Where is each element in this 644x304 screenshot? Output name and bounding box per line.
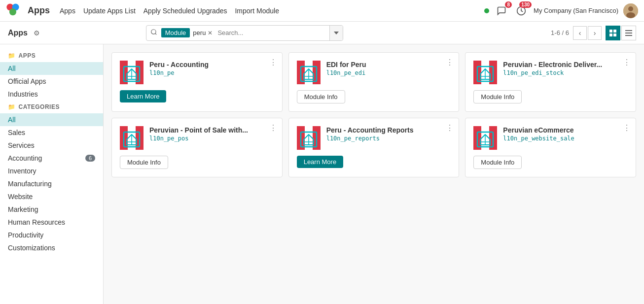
- app-info: EDI for Peru l10n_pe_edi: [326, 61, 451, 76]
- online-status-dot: [484, 8, 489, 13]
- svg-point-2: [9, 8, 16, 15]
- sidebar-category-inventory-label: Inventory: [8, 167, 36, 175]
- pagination-info: 1-6 / 6: [551, 29, 569, 36]
- nav-link-import[interactable]: Import Module: [235, 7, 279, 15]
- app-info: Peru - Accounting Reports l10n_pe_report…: [326, 126, 451, 142]
- app-card: ⋮ Peruvian - Electronic Deliver... l10n_…: [465, 52, 636, 112]
- app-module: l10n_pe_pos: [149, 135, 274, 142]
- sidebar-category-sales-label: Sales: [8, 129, 25, 136]
- learn-more-button[interactable]: Learn More: [297, 156, 343, 168]
- sidebar-category-productivity-label: Productivity: [8, 231, 43, 239]
- sidebar-item-all-apps[interactable]: All: [0, 62, 103, 75]
- logo[interactable]: [6, 3, 20, 18]
- search-bar: Module peru ✕: [146, 25, 343, 41]
- app-card: ⋮ Peru - Accounting l10n_pe Learn More: [111, 52, 283, 112]
- app-info: Peruvian - Electronic Deliver... l10n_pe…: [503, 61, 628, 76]
- next-page-button[interactable]: ›: [588, 26, 602, 40]
- app-info: Peruvian eCommerce l10n_pe_website_sale: [503, 126, 628, 142]
- app-icon: [473, 126, 497, 150]
- nav-link-update[interactable]: Update Apps List: [83, 7, 136, 15]
- grid-view-button[interactable]: [606, 26, 620, 40]
- app-card-header: Peruvian - Point of Sale with... l10n_pe…: [120, 126, 274, 150]
- search-filter-value: peru: [193, 29, 206, 36]
- sidebar-category-hr[interactable]: Human Resources: [0, 216, 103, 229]
- app-name: Peruvian - Electronic Deliver...: [503, 61, 628, 68]
- search-input[interactable]: [215, 29, 329, 36]
- module-info-button[interactable]: Module Info: [473, 156, 522, 169]
- module-info-button[interactable]: Module Info: [297, 90, 345, 103]
- app-card-footer: Module Info: [473, 156, 628, 169]
- sidebar-category-sales[interactable]: Sales: [0, 126, 103, 139]
- nav-link-upgrades[interactable]: Apply Scheduled Upgrades: [143, 7, 227, 15]
- search-filter-peru: peru ✕: [190, 29, 215, 36]
- module-search-tag[interactable]: Module: [161, 28, 190, 37]
- sidebar-item-official-apps[interactable]: Official Apps: [0, 75, 103, 88]
- app-card-header: Peru - Accounting l10n_pe: [120, 61, 274, 84]
- search-dropdown-button[interactable]: [329, 26, 343, 40]
- settings-gear-icon[interactable]: ⚙: [34, 29, 40, 37]
- svg-rect-15: [625, 33, 632, 34]
- module-info-button[interactable]: Module Info: [120, 156, 168, 169]
- svg-rect-14: [625, 30, 632, 31]
- module-info-button[interactable]: Module Info: [473, 90, 522, 103]
- sidebar-category-hr-label: Human Resources: [8, 218, 65, 226]
- sidebar-category-manufacturing[interactable]: Manufacturing: [0, 177, 103, 190]
- app-info: Peruvian - Point of Sale with... l10n_pe…: [149, 126, 274, 142]
- sidebar-category-services-label: Services: [8, 141, 35, 149]
- app-card-footer: Module Info: [473, 90, 628, 103]
- app-card-menu[interactable]: ⋮: [623, 58, 631, 67]
- sidebar-category-all-label: All: [8, 116, 16, 124]
- nav-link-apps[interactable]: Apps: [60, 7, 75, 15]
- sidebar-item-all-apps-label: All: [8, 65, 16, 72]
- app-name: Peru - Accounting: [149, 61, 274, 68]
- sidebar-item-industries[interactable]: Industries: [0, 88, 103, 101]
- list-view-button[interactable]: [621, 26, 636, 40]
- sidebar-category-productivity[interactable]: Productivity: [0, 229, 103, 241]
- prev-page-button[interactable]: ‹: [573, 26, 587, 40]
- app-card-footer: Module Info: [120, 156, 274, 169]
- company-selector[interactable]: My Company (San Francisco): [534, 7, 618, 14]
- sidebar-item-official-apps-label: Official Apps: [8, 77, 46, 85]
- app-card-footer: Learn More: [297, 156, 451, 168]
- sidebar-category-inventory[interactable]: Inventory: [0, 165, 103, 177]
- svg-rect-11: [613, 30, 616, 33]
- app-name: EDI for Peru: [326, 61, 451, 68]
- app-card-menu[interactable]: ⋮: [623, 123, 631, 133]
- app-card-footer: Learn More: [120, 90, 274, 102]
- search-icon: [146, 29, 161, 37]
- app-card-menu[interactable]: ⋮: [446, 123, 454, 133]
- app-module: l10n_pe_website_sale: [503, 135, 628, 142]
- top-navigation: Apps Apps Update Apps List Apply Schedul…: [0, 0, 644, 22]
- messages-badge: 8: [505, 1, 512, 8]
- svg-point-6: [626, 12, 635, 18]
- sidebar-category-website-label: Website: [8, 193, 33, 201]
- app-card-menu[interactable]: ⋮: [269, 123, 277, 133]
- sidebar-category-website[interactable]: Website: [0, 190, 103, 203]
- app-card-menu[interactable]: ⋮: [269, 58, 277, 67]
- sidebar-category-all[interactable]: All: [0, 113, 103, 126]
- remove-filter-button[interactable]: ✕: [208, 30, 213, 36]
- app-card-menu[interactable]: ⋮: [446, 58, 454, 67]
- categories-section-header: 📁 CATEGORIES: [0, 101, 103, 113]
- sidebar-category-customizations[interactable]: Customizations: [0, 241, 103, 254]
- secondary-navigation: Apps ⚙ Module peru ✕ 1-6 / 6 ‹ ›: [0, 22, 644, 44]
- app-card-header: Peru - Accounting Reports l10n_pe_report…: [297, 126, 451, 150]
- accounting-count-badge: 6: [85, 155, 95, 162]
- sidebar-category-customizations-label: Customizations: [8, 244, 55, 252]
- activities-button[interactable]: 130: [514, 3, 529, 18]
- learn-more-button[interactable]: Learn More: [120, 90, 166, 102]
- app-info: Peru - Accounting l10n_pe: [149, 61, 274, 76]
- apps-section-header: 📁 APPS: [0, 49, 103, 62]
- app-icon: [473, 61, 497, 84]
- sidebar-category-services[interactable]: Services: [0, 139, 103, 152]
- app-icon: [120, 126, 143, 150]
- app-card-header: EDI for Peru l10n_pe_edi: [297, 61, 451, 84]
- messages-button[interactable]: 8: [494, 3, 509, 18]
- app-name: Peruvian - Point of Sale with...: [149, 126, 274, 134]
- sidebar-category-accounting[interactable]: Accounting 6: [0, 152, 103, 165]
- user-avatar[interactable]: [623, 3, 638, 18]
- app-card: ⋮ Peruvian eCommerce l10n_pe_website_sal…: [465, 118, 636, 177]
- app-module: l10n_pe: [149, 69, 274, 76]
- svg-point-7: [151, 30, 155, 34]
- sidebar-category-marketing[interactable]: Marketing: [0, 203, 103, 216]
